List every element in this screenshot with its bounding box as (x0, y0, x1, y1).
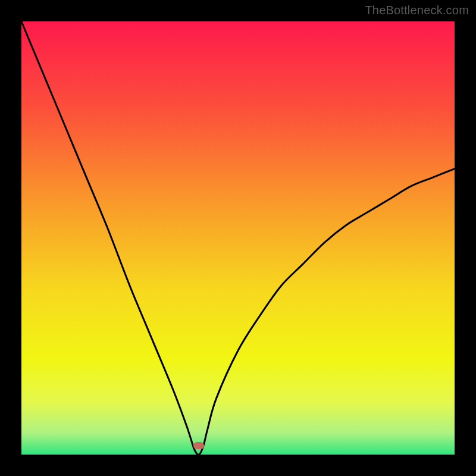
optimal-point-marker (193, 442, 204, 449)
chart-frame: TheBottleneck.com (0, 0, 476, 476)
watermark-text: TheBottleneck.com (365, 4, 469, 17)
bottleneck-curve (21, 21, 455, 455)
curve-layer (21, 21, 455, 455)
plot-area (21, 21, 455, 455)
